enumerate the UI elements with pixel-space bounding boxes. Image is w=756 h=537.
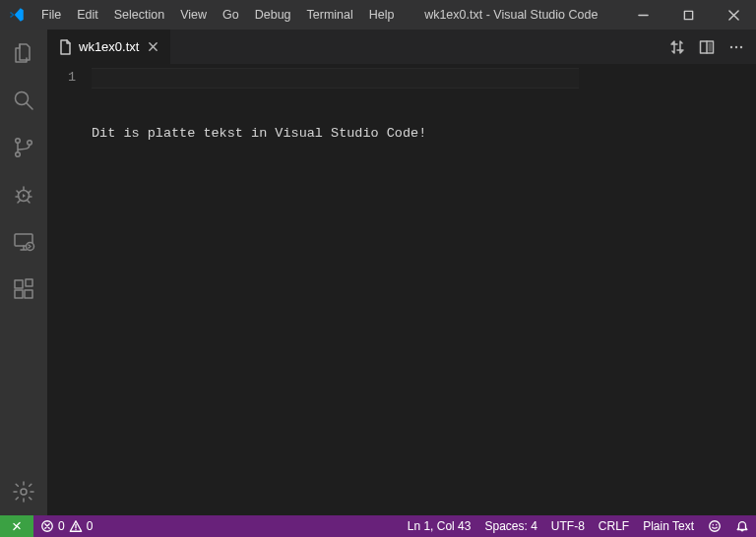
- activity-source-control[interactable]: [0, 124, 47, 171]
- menu-bar: File Edit Selection View Go Debug Termin…: [33, 0, 403, 30]
- activity-bar: [0, 30, 47, 515]
- feedback-button[interactable]: [701, 515, 728, 537]
- menu-terminal[interactable]: Terminal: [299, 0, 361, 30]
- more-actions-button[interactable]: [723, 33, 750, 61]
- menu-view[interactable]: View: [172, 0, 215, 30]
- menu-edit[interactable]: Edit: [69, 0, 106, 30]
- compare-changes-button[interactable]: [663, 33, 691, 61]
- encoding[interactable]: UTF-8: [544, 515, 592, 537]
- split-icon: [699, 39, 715, 55]
- editor[interactable]: 1 Dit is platte tekst in Visual Studio C…: [47, 64, 756, 515]
- close-button[interactable]: [711, 0, 756, 30]
- remote-icon: [10, 519, 24, 533]
- close-icon: [148, 41, 158, 52]
- svg-point-16: [740, 45, 742, 47]
- svg-rect-8: [15, 280, 23, 288]
- editor-line: Dit is platte tekst in Visual Studio Cod…: [92, 124, 667, 143]
- branch-icon: [12, 136, 35, 159]
- window-title: wk1ex0.txt - Visual Studio Code: [403, 8, 620, 22]
- window-controls: [620, 0, 756, 30]
- remote-explorer-icon: [12, 230, 35, 254]
- menu-selection[interactable]: Selection: [106, 0, 172, 30]
- svg-point-14: [730, 45, 732, 47]
- split-editor-button[interactable]: [693, 33, 721, 61]
- activity-remote[interactable]: [0, 218, 47, 266]
- svg-point-12: [21, 489, 27, 495]
- search-icon: [12, 89, 35, 112]
- vertical-scrollbar[interactable]: [742, 64, 756, 515]
- problems-indicator[interactable]: 0 0: [33, 515, 99, 537]
- svg-rect-11: [26, 279, 32, 286]
- file-icon: [57, 39, 73, 55]
- line-number: 1: [47, 68, 76, 87]
- activity-settings[interactable]: [0, 468, 47, 515]
- menu-debug[interactable]: Debug: [247, 0, 299, 30]
- indentation[interactable]: Spaces: 4: [477, 515, 543, 537]
- current-line-highlight: [92, 68, 579, 89]
- tab-bar: wk1ex0.txt: [47, 30, 756, 64]
- activity-extensions[interactable]: [0, 266, 47, 313]
- warning-icon: [69, 519, 83, 533]
- svg-point-15: [735, 45, 737, 47]
- tab-wk1ex0[interactable]: wk1ex0.txt: [47, 30, 171, 64]
- bell-icon: [735, 519, 749, 533]
- files-icon: [12, 41, 35, 65]
- notifications-button[interactable]: [728, 515, 756, 537]
- activity-debug[interactable]: [0, 171, 47, 218]
- gear-icon: [12, 480, 35, 504]
- activity-explorer[interactable]: [0, 30, 47, 77]
- error-count: 0: [58, 519, 65, 533]
- menu-file[interactable]: File: [33, 0, 69, 30]
- eol[interactable]: CRLF: [592, 515, 636, 537]
- warning-count: 0: [87, 519, 94, 533]
- editor-content[interactable]: Dit is platte tekst in Visual Studio Cod…: [92, 64, 667, 515]
- ellipsis-icon: [728, 39, 744, 55]
- svg-point-18: [710, 521, 721, 532]
- tab-label: wk1ex0.txt: [79, 39, 139, 54]
- svg-rect-9: [15, 290, 23, 298]
- cursor-position[interactable]: Ln 1, Col 43: [401, 515, 478, 537]
- menu-go[interactable]: Go: [215, 0, 247, 30]
- language-mode[interactable]: Plain Text: [636, 515, 701, 537]
- error-icon: [40, 519, 54, 533]
- line-number-gutter: 1: [47, 64, 92, 515]
- extensions-icon: [12, 277, 35, 301]
- diff-icon: [669, 39, 685, 55]
- smiley-icon: [708, 519, 722, 533]
- titlebar: File Edit Selection View Go Debug Termin…: [0, 0, 756, 30]
- status-bar: 0 0 Ln 1, Col 43 Spaces: 4 UTF-8 CRLF Pl…: [0, 515, 756, 537]
- app-logo: [0, 6, 33, 24]
- bug-icon: [12, 183, 35, 207]
- svg-rect-0: [684, 11, 692, 19]
- remote-indicator[interactable]: [0, 515, 33, 537]
- activity-search[interactable]: [0, 77, 47, 124]
- tab-close-button[interactable]: [145, 39, 160, 55]
- menu-help[interactable]: Help: [361, 0, 403, 30]
- minimize-button[interactable]: [620, 0, 665, 30]
- maximize-button[interactable]: [665, 0, 711, 30]
- svg-rect-10: [25, 290, 32, 298]
